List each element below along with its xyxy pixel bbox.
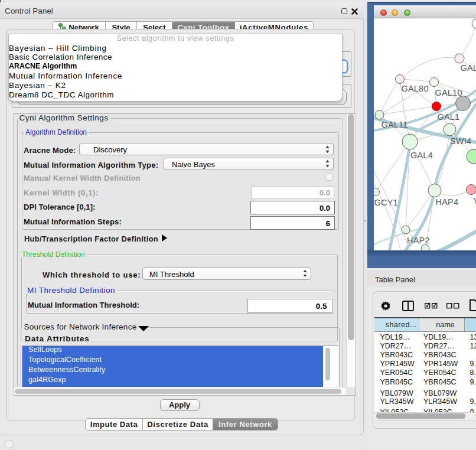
svg-text:HAP2: HAP2 bbox=[407, 236, 430, 245]
svg-text:GAL: GAL bbox=[461, 63, 476, 73]
svg-text:SWI4: SWI4 bbox=[450, 136, 471, 146]
svg-text:GAL11: GAL11 bbox=[382, 120, 408, 129]
svg-text:GCY1: GCY1 bbox=[374, 198, 398, 207]
svg-text:GAL1: GAL1 bbox=[438, 112, 460, 122]
svg-text:GAL10: GAL10 bbox=[435, 88, 462, 97]
svg-text:Y: Y bbox=[473, 196, 476, 206]
svg-text:HAP4: HAP4 bbox=[436, 197, 459, 207]
svg-text:GAL80: GAL80 bbox=[402, 84, 429, 93]
svg-text:GAL4: GAL4 bbox=[410, 151, 433, 160]
